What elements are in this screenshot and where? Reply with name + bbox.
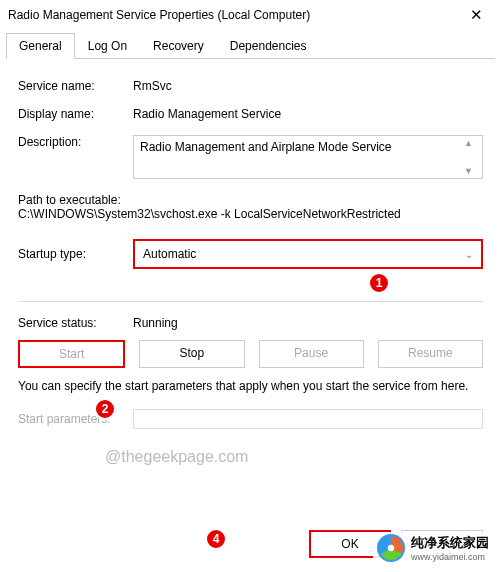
description-scrollbar[interactable]: ▲ ▼	[464, 138, 480, 176]
stop-button[interactable]: Stop	[139, 340, 244, 368]
start-params-hint: You can specify the start parameters tha…	[18, 378, 483, 395]
service-status-label: Service status:	[18, 316, 133, 330]
watermark-url: www.yidaimei.com	[411, 552, 489, 562]
scroll-down-icon[interactable]: ▼	[464, 166, 480, 176]
close-icon[interactable]: ✕	[462, 6, 491, 24]
startup-type-label: Startup type:	[18, 247, 133, 261]
window-title: Radio Management Service Properties (Loc…	[8, 8, 310, 22]
startup-type-select[interactable]: Automatic ⌄	[133, 239, 483, 269]
tab-logon[interactable]: Log On	[75, 33, 140, 59]
chevron-down-icon: ⌄	[465, 249, 473, 260]
start-params-input	[133, 409, 483, 429]
start-button[interactable]: Start	[18, 340, 125, 368]
annotation-badge-4: 4	[205, 528, 227, 550]
description-textarea[interactable]: Radio Management and Airplane Mode Servi…	[133, 135, 483, 179]
tab-recovery[interactable]: Recovery	[140, 33, 217, 59]
watermark-logo-icon	[377, 534, 405, 562]
scroll-up-icon[interactable]: ▲	[464, 138, 480, 148]
watermark-brand: 纯净系统家园	[411, 534, 489, 552]
watermark-yidaimei: 纯净系统家园 www.yidaimei.com	[373, 532, 493, 564]
service-name-label: Service name:	[18, 79, 133, 93]
annotation-badge-1: 1	[368, 272, 390, 294]
display-name-label: Display name:	[18, 107, 133, 121]
service-status-value: Running	[133, 316, 483, 330]
startup-type-value: Automatic	[143, 247, 196, 261]
tab-dependencies[interactable]: Dependencies	[217, 33, 320, 59]
description-label: Description:	[18, 135, 133, 149]
start-params-label: Start parameters:	[18, 412, 133, 426]
service-name-value: RmSvc	[133, 79, 483, 93]
description-text: Radio Management and Airplane Mode Servi…	[140, 140, 391, 154]
annotation-badge-2: 2	[94, 398, 116, 420]
display-name-value: Radio Management Service	[133, 107, 483, 121]
divider	[18, 301, 483, 302]
path-label: Path to executable:	[18, 193, 483, 207]
path-value: C:\WINDOWS\System32\svchost.exe -k Local…	[18, 207, 483, 221]
tab-general[interactable]: General	[6, 33, 75, 59]
resume-button: Resume	[378, 340, 483, 368]
tab-bar: General Log On Recovery Dependencies	[6, 32, 495, 59]
watermark-geekpage: @thegeekpage.com	[105, 448, 248, 466]
pause-button: Pause	[259, 340, 364, 368]
